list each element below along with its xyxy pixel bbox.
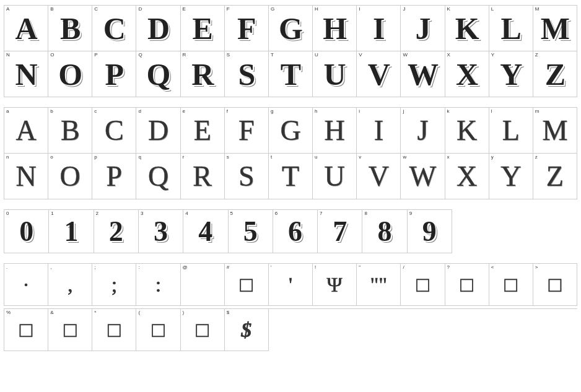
cell-character: F xyxy=(237,13,256,44)
cell-label: 1 xyxy=(51,211,53,216)
uppercase-cell-C: CC xyxy=(92,6,136,51)
cell-character: D xyxy=(148,116,168,145)
lowercase-cell-r: rR xyxy=(181,154,225,199)
cell-character: F xyxy=(238,116,255,145)
cell-label: l xyxy=(491,109,492,114)
cell-character: : xyxy=(155,274,161,295)
uppercase-cell-A: AA xyxy=(4,6,48,51)
cell-character: G xyxy=(280,116,300,145)
cell-label: G xyxy=(271,7,274,12)
lowercase-cell-y: yY xyxy=(489,154,533,199)
cell-character: C xyxy=(105,116,124,145)
cell-label: 3 xyxy=(141,211,143,216)
cell-character: U xyxy=(325,162,345,191)
lowercase-cell-h: hH xyxy=(313,108,357,154)
cell-character: ' xyxy=(289,274,292,295)
cell-character: B xyxy=(61,116,80,145)
uppercase-cell-L: LL xyxy=(489,6,533,51)
cell-label: M xyxy=(535,7,540,12)
cell-label: F xyxy=(227,7,230,12)
lowercase-cell-j: jJ xyxy=(401,108,445,154)
punct-cell-4: @ xyxy=(181,264,225,306)
special-cell-5: $$ xyxy=(225,309,269,351)
cell-character: 2 xyxy=(109,217,123,246)
cell-character: "" xyxy=(370,274,387,295)
cell-label: & xyxy=(50,310,53,315)
cell-label: x xyxy=(447,155,450,160)
uppercase-cell-R: RR xyxy=(181,51,225,97)
cell-character: □ xyxy=(504,274,517,295)
cell-label: f xyxy=(227,109,228,114)
cell-label: g xyxy=(271,109,273,114)
cell-label: " xyxy=(359,265,360,270)
cell-label: 6 xyxy=(275,211,277,216)
cell-label: L xyxy=(491,7,494,12)
cell-character: 5 xyxy=(243,217,258,246)
punct-cell-1: ,, xyxy=(48,264,92,306)
lowercase-cell-i: iI xyxy=(357,108,401,154)
cell-label: y xyxy=(491,155,494,160)
lowercase-cell-w: wW xyxy=(401,154,445,199)
cell-character: Ψ xyxy=(327,274,343,295)
uppercase-cell-U: UU xyxy=(313,51,357,97)
cell-label: j xyxy=(403,109,404,114)
number-cell-9: 99 xyxy=(408,210,452,253)
lowercase-cell-d: dD xyxy=(136,108,180,154)
cell-label: , xyxy=(50,265,51,270)
cell-label: ' xyxy=(271,265,272,270)
cell-character: , xyxy=(68,274,73,295)
cell-label: % xyxy=(6,310,11,315)
cell-label: K xyxy=(447,7,450,12)
special-cell-4: )□ xyxy=(181,309,225,351)
cell-character: · xyxy=(24,274,29,295)
cell-label: w xyxy=(403,155,406,160)
cell-character: W xyxy=(409,162,436,191)
number-cell-2: 22 xyxy=(94,210,139,253)
cell-character: □ xyxy=(20,320,33,341)
cell-label: n xyxy=(6,155,9,160)
cell-label: Z xyxy=(535,53,538,58)
lowercase-cell-g: gG xyxy=(269,108,313,154)
uppercase-cell-I: II xyxy=(357,6,401,51)
punct-cell-6: '' xyxy=(269,264,313,306)
cell-label: d xyxy=(138,109,141,114)
cell-character: 9 xyxy=(422,217,437,246)
cell-label: e xyxy=(183,109,185,114)
cell-label: 8 xyxy=(364,211,367,216)
uppercase-cell-F: FF xyxy=(225,6,269,51)
cell-character: □ xyxy=(108,320,121,341)
cell-label: D xyxy=(138,7,142,12)
uppercase-cell-P: PP xyxy=(92,51,136,97)
cell-character: K xyxy=(455,13,479,44)
cell-character: 7 xyxy=(333,217,347,246)
lowercase-cell-z: zZ xyxy=(533,154,577,199)
uppercase-cell-S: SS xyxy=(225,51,269,97)
cell-label: t xyxy=(271,155,272,160)
punct-cell-10: ?□ xyxy=(445,264,489,306)
lowercase-cell-f: fF xyxy=(225,108,269,154)
cell-label: v xyxy=(359,155,361,160)
punct-cell-9: /□ xyxy=(401,264,445,306)
cell-character: J xyxy=(415,13,430,44)
lowercase-cell-u: uU xyxy=(313,154,357,199)
cell-label: E xyxy=(183,7,186,12)
cell-character: M xyxy=(542,116,567,145)
cell-character: I xyxy=(374,116,383,145)
cell-character: J xyxy=(417,116,429,145)
cell-label: R xyxy=(183,53,186,58)
lowercase-cell-c: cC xyxy=(92,108,136,154)
cell-label: c xyxy=(94,109,97,114)
lowercase-cell-b: bB xyxy=(48,108,92,154)
cell-character: W xyxy=(408,59,438,90)
lowercase-cell-a: aA xyxy=(4,108,48,154)
cell-character: L xyxy=(502,116,520,145)
cell-label: : xyxy=(138,265,139,270)
cell-character: R xyxy=(191,59,213,90)
cell-label: r xyxy=(183,155,185,160)
uppercase-cell-K: KK xyxy=(445,6,489,51)
uppercase-cell-W: WW xyxy=(401,51,445,97)
lowercase-cell-s: sS xyxy=(225,154,269,199)
cell-label: 4 xyxy=(185,211,188,216)
cell-character: N xyxy=(15,162,36,191)
cell-label: i xyxy=(359,109,360,114)
